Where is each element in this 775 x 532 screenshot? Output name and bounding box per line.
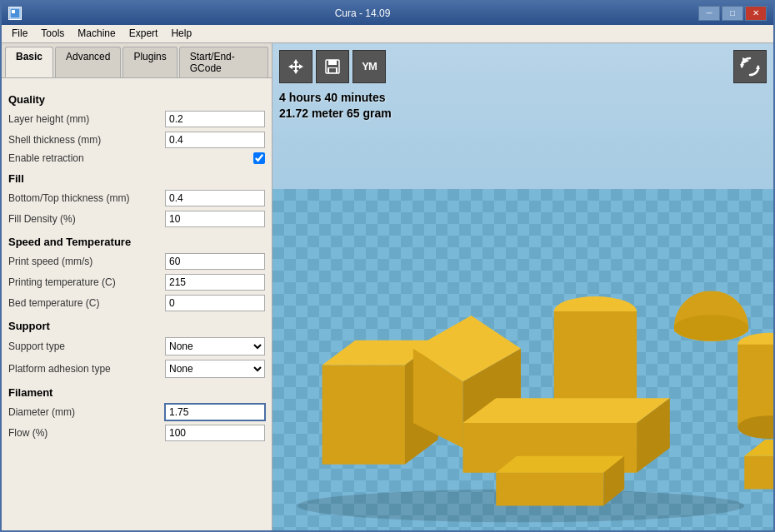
quality-header: Quality	[8, 93, 265, 106]
print-temp-input[interactable]	[165, 274, 265, 291]
flow-input[interactable]	[165, 425, 265, 441]
title-bar-left	[8, 7, 27, 20]
print-info: 4 hours 40 minutes 21.72 meter 65 gram	[279, 90, 392, 122]
svg-rect-37	[738, 345, 773, 427]
speed-header: Speed and Temperature	[8, 236, 265, 248]
print-speed-row: Print speed (mm/s)	[8, 253, 265, 270]
print-temp-label: Printing temperature (C)	[8, 276, 165, 288]
tab-plugins[interactable]: Plugins	[122, 47, 177, 77]
filament-header: Filament	[8, 386, 265, 399]
app-window: Cura - 14.09 ─ □ ✕ File Tools Machine Ex…	[0, 0, 775, 532]
support-type-row: Support type None Touching buildplate Ev…	[8, 337, 265, 355]
tabs: Basic Advanced Plugins Start/End-GCode	[2, 43, 272, 78]
diameter-label: Diameter (mm)	[8, 406, 165, 418]
diameter-row: Diameter (mm)	[8, 404, 265, 420]
svg-marker-34	[744, 440, 773, 456]
svg-marker-26	[496, 472, 603, 505]
adhesion-type-row: Platform adhesion type None Brim Raft	[8, 360, 265, 378]
print-speed-label: Print speed (mm/s)	[8, 256, 165, 267]
print-time: 4 hours 40 minutes	[279, 90, 392, 107]
shell-thickness-row: Shell thickness (mm)	[8, 132, 265, 148]
bed-temp-row: Bed temperature (C)	[8, 295, 265, 311]
retraction-checkbox[interactable]	[253, 152, 265, 164]
close-button[interactable]: ✕	[745, 6, 767, 21]
tab-advanced[interactable]: Advanced	[55, 47, 121, 77]
settings-content: Quality Layer height (mm) Shell thicknes…	[2, 78, 272, 530]
window-title: Cura - 14.09	[27, 7, 698, 19]
print-speed-input[interactable]	[165, 253, 265, 270]
menu-help[interactable]: Help	[164, 26, 198, 41]
bed-temp-input[interactable]	[165, 295, 265, 311]
viewport-toolbar: YM	[279, 50, 386, 83]
menu-file[interactable]: File	[5, 26, 34, 41]
svg-rect-4	[328, 60, 337, 65]
svg-marker-33	[744, 456, 773, 490]
adhesion-type-select[interactable]: None Brim Raft	[165, 360, 265, 378]
svg-rect-6	[329, 68, 336, 72]
menu-tools[interactable]: Tools	[34, 26, 71, 41]
app-icon	[8, 7, 22, 20]
svg-marker-2	[288, 59, 303, 74]
svg-marker-10	[322, 365, 405, 464]
ym-tool-button[interactable]: YM	[352, 50, 386, 83]
layer-height-row: Layer height (mm)	[8, 111, 265, 127]
save-tool-button[interactable]	[316, 50, 349, 83]
viewport: YM 4 hours 40 minutes 21.72 meter 65 gra…	[272, 43, 773, 530]
layer-height-label: Layer height (mm)	[8, 113, 165, 125]
tab-startend[interactable]: Start/End-GCode	[179, 47, 268, 77]
support-header: Support	[8, 320, 265, 332]
svg-marker-24	[462, 398, 669, 423]
main-container: Basic Advanced Plugins Start/End-GCode Q…	[2, 43, 773, 530]
maximize-button[interactable]: □	[722, 6, 743, 21]
diameter-input[interactable]	[165, 404, 265, 420]
retraction-label: Enable retraction	[8, 152, 253, 164]
svg-marker-7	[740, 64, 744, 68]
move-tool-button[interactable]	[279, 50, 312, 83]
3d-objects	[272, 141, 773, 530]
layer-height-input[interactable]	[165, 111, 265, 127]
title-bar-controls: ─ □ ✕	[698, 6, 767, 21]
menu-expert[interactable]: Expert	[122, 26, 165, 41]
fill-density-label: Fill Density (%)	[8, 213, 165, 225]
flow-label: Flow (%)	[8, 427, 165, 439]
fill-header: Fill	[8, 172, 265, 185]
minimize-button[interactable]: ─	[698, 6, 720, 21]
retraction-row: Enable retraction	[8, 152, 265, 164]
tab-basic[interactable]: Basic	[5, 47, 53, 77]
svg-point-22	[674, 315, 748, 341]
print-stats: 21.72 meter 65 gram	[279, 106, 392, 122]
flow-row: Flow (%)	[8, 425, 265, 441]
print-temp-row: Printing temperature (C)	[8, 274, 265, 291]
left-panel: Basic Advanced Plugins Start/End-GCode Q…	[2, 43, 272, 530]
menu-machine[interactable]: Machine	[71, 26, 122, 41]
bottom-top-thickness-label: Bottom/Top thickness (mm)	[8, 192, 165, 204]
fill-density-row: Fill Density (%)	[8, 211, 265, 227]
title-bar: Cura - 14.09 ─ □ ✕	[2, 2, 773, 25]
bed-temp-label: Bed temperature (C)	[8, 297, 165, 309]
svg-marker-8	[756, 65, 760, 69]
adhesion-type-label: Platform adhesion type	[8, 363, 165, 375]
shell-thickness-label: Shell thickness (mm)	[8, 134, 165, 146]
svg-marker-27	[496, 456, 624, 473]
fill-density-input[interactable]	[165, 211, 265, 227]
rotate-icon-button[interactable]	[733, 50, 767, 83]
bottom-top-thickness-row: Bottom/Top thickness (mm)	[8, 190, 265, 206]
support-type-select[interactable]: None Touching buildplate Everywhere	[165, 337, 265, 355]
svg-rect-1	[12, 10, 15, 13]
support-type-label: Support type	[8, 341, 165, 352]
shell-thickness-input[interactable]	[165, 132, 265, 148]
bottom-top-thickness-input[interactable]	[165, 190, 265, 206]
menu-bar: File Tools Machine Expert Help	[2, 25, 773, 43]
